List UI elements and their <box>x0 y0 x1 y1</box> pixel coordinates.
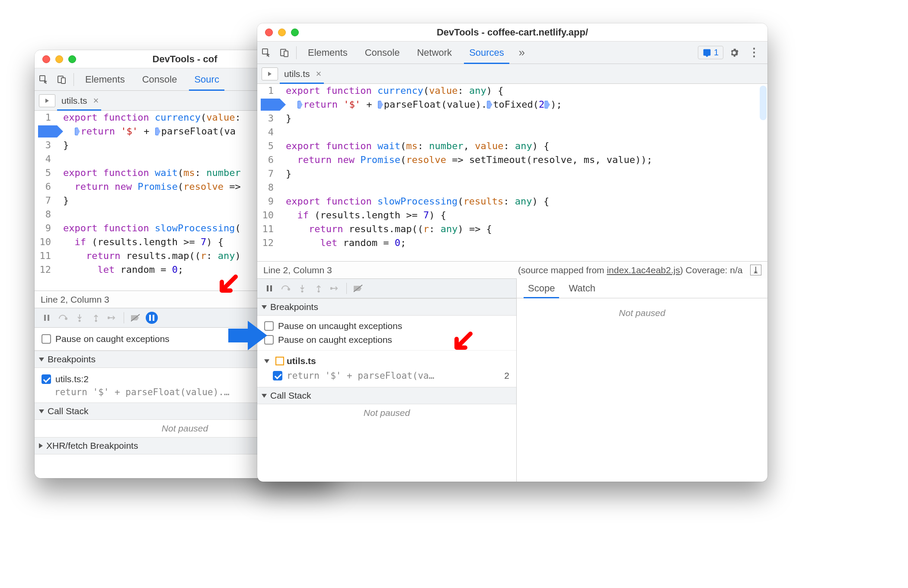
pause-caught-label: Pause on caught exceptions <box>55 334 169 344</box>
inspect-element-icon[interactable] <box>257 44 275 62</box>
titlebar: DevTools - coffee-cart.netlify.app/ <box>257 23 767 42</box>
editor-statusbar: Line 2, Column 3 (source mapped from ind… <box>257 261 767 278</box>
show-navigator-icon[interactable] <box>262 67 278 80</box>
pause-on-exceptions-icon[interactable] <box>144 310 160 326</box>
step-over-icon[interactable] <box>55 310 71 326</box>
chevron-down-icon <box>39 358 44 361</box>
tab-sources[interactable]: Sources <box>460 42 513 64</box>
chevron-down-icon <box>262 305 267 309</box>
checkbox-checked-icon[interactable] <box>42 374 51 384</box>
breakpoint-entry[interactable]: return '$' + parseFloat(va… 2 <box>263 368 510 383</box>
tab-elements[interactable]: Elements <box>77 68 134 90</box>
window-minimize-button[interactable] <box>278 29 286 36</box>
issues-count: 1 <box>714 48 719 58</box>
step-out-icon[interactable] <box>311 281 326 296</box>
scope-not-paused: Not paused <box>517 304 767 322</box>
tab-sources[interactable]: Sourc <box>185 68 227 90</box>
checkbox-checked-icon[interactable] <box>273 371 282 380</box>
device-toggle-icon[interactable] <box>53 70 71 89</box>
svg-point-7 <box>95 320 97 322</box>
breakpoint-file: utils.ts:2 <box>55 374 89 384</box>
cursor-position: Line 2, Column 3 <box>263 265 332 275</box>
annotation-arrow-red <box>214 272 240 298</box>
filetab-utils-ts[interactable]: utils.ts × <box>278 64 326 83</box>
deactivate-breakpoints-icon[interactable] <box>350 281 366 296</box>
filetab-label: utils.ts <box>61 96 87 106</box>
issues-badge[interactable]: 1 <box>698 46 723 59</box>
svg-point-6 <box>79 320 81 322</box>
window-title: DevTools - coffee-cart.netlify.app/ <box>257 27 767 38</box>
main-tabbar: Elements Console Network Sources » 1 ⋮ <box>257 42 767 64</box>
chevron-down-icon <box>262 394 267 398</box>
svg-rect-12 <box>284 51 288 57</box>
tab-watch[interactable]: Watch <box>562 278 602 298</box>
svg-rect-3 <box>44 315 46 321</box>
more-menu-icon[interactable]: ⋮ <box>745 44 763 62</box>
deactivate-breakpoints-icon[interactable] <box>128 310 143 326</box>
step-icon[interactable] <box>327 281 343 296</box>
pause-caught-label: Pause on caught exceptions <box>278 335 392 345</box>
chevron-right-icon <box>39 443 43 448</box>
section-breakpoints[interactable]: Breakpoints <box>257 298 516 316</box>
breakpoint-file-row[interactable]: utils.ts <box>263 354 510 368</box>
step-over-icon[interactable] <box>278 281 294 296</box>
pause-icon[interactable] <box>262 281 277 296</box>
collapse-icon[interactable]: ⤓ <box>750 265 761 275</box>
mapped-file-link[interactable]: index.1ac4eab2.js <box>607 265 680 275</box>
chevron-down-icon <box>264 359 269 363</box>
svg-point-18 <box>330 288 332 289</box>
tab-console[interactable]: Console <box>356 42 409 64</box>
more-tabs-icon[interactable]: » <box>513 44 531 62</box>
svg-rect-4 <box>48 315 49 321</box>
tab-scope[interactable]: Scope <box>521 278 562 298</box>
tab-console[interactable]: Console <box>134 68 186 90</box>
svg-point-16 <box>301 291 304 293</box>
file-tabbar: utils.ts × <box>257 64 767 84</box>
show-navigator-icon[interactable] <box>39 94 55 107</box>
checkbox-unchecked-icon[interactable] <box>42 334 51 344</box>
window-maximize-button[interactable] <box>68 55 76 63</box>
pause-uncaught-label: Pause on uncaught exceptions <box>278 321 402 331</box>
tab-network[interactable]: Network <box>408 42 460 64</box>
step-into-icon[interactable] <box>72 310 87 326</box>
step-into-icon[interactable] <box>294 281 310 296</box>
window-minimize-button[interactable] <box>55 55 63 63</box>
inspect-element-icon[interactable] <box>35 70 53 89</box>
device-toggle-icon[interactable] <box>275 44 294 62</box>
annotation-arrow-red <box>449 329 475 355</box>
svg-rect-2 <box>61 78 65 83</box>
side-tabbar: Scope Watch <box>517 278 767 298</box>
filetab-label: utils.ts <box>284 69 310 79</box>
step-out-icon[interactable] <box>88 310 104 326</box>
cursor-position: Line 2, Column 3 <box>41 294 109 305</box>
window-close-button[interactable] <box>265 29 273 36</box>
annotation-arrow-blue <box>228 318 267 353</box>
svg-point-17 <box>318 291 320 293</box>
breakpoint-file: utils.ts <box>287 356 316 366</box>
tab-elements[interactable]: Elements <box>299 42 356 64</box>
pause-icon[interactable] <box>39 310 54 326</box>
breakpoint-code-preview: return '$' + parseFloat(va… <box>287 370 500 382</box>
code-editor[interactable]: 123456789101112 export function currency… <box>257 84 767 261</box>
step-icon[interactable] <box>105 310 120 326</box>
close-icon[interactable]: × <box>313 68 324 80</box>
sourcemap-coverage-info: (source mapped from index.1ac4eab2.js) C… <box>518 265 761 275</box>
svg-point-5 <box>65 318 67 320</box>
svg-rect-13 <box>267 285 269 291</box>
window-maximize-button[interactable] <box>291 29 299 36</box>
debugger-toolbar <box>257 278 516 298</box>
svg-rect-14 <box>270 285 272 291</box>
filetab-utils-ts[interactable]: utils.ts × <box>55 91 103 110</box>
close-icon[interactable]: × <box>91 95 102 106</box>
svg-point-8 <box>108 317 109 319</box>
window-close-button[interactable] <box>42 55 50 63</box>
scrollbar-thumb[interactable] <box>760 86 767 120</box>
ts-file-icon <box>275 357 284 365</box>
settings-gear-icon[interactable] <box>725 44 743 62</box>
not-paused-label: Not paused <box>257 404 516 422</box>
svg-point-15 <box>288 288 290 290</box>
chevron-down-icon <box>39 409 44 413</box>
breakpoint-line-badge: 2 <box>504 371 509 381</box>
section-call-stack[interactable]: Call Stack <box>257 387 516 404</box>
